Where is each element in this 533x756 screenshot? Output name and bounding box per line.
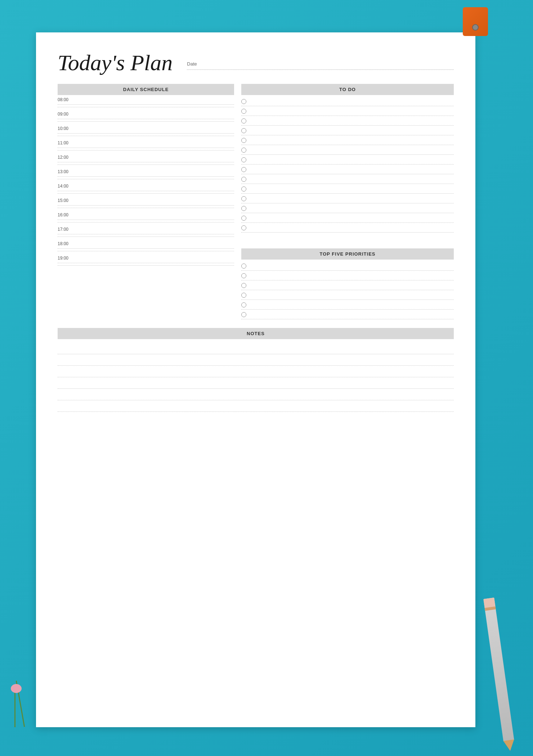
priorities-header: TOP FIVE PRIORITIES [241,248,454,260]
time-entry-1700: 17:00 [58,225,234,237]
priority-item-3[interactable] [241,280,454,290]
daily-schedule-header: DAILY SCHEDULE [58,84,234,95]
paper: Today's Plan Date DAILY SCHEDULE 08:00 0… [36,32,475,727]
time-entry-1300: 13:00 [58,167,234,179]
note-line-2[interactable] [58,354,454,366]
schedule-line[interactable] [58,222,234,222]
todo-checkbox[interactable] [241,157,246,162]
time-entry-1400: 14:00 [58,181,234,194]
schedule-line[interactable] [58,119,234,119]
schedule-line[interactable] [58,107,234,107]
todo-item-6[interactable] [241,145,454,155]
todo-item-11[interactable] [241,194,454,203]
schedule-line[interactable] [58,237,234,237]
time-label-1600: 16:00 [58,212,234,217]
schedule-line[interactable] [58,193,234,194]
schedule-line[interactable] [58,265,234,266]
schedule-line[interactable] [58,136,234,136]
time-label-1500: 15:00 [58,198,234,203]
priority-checkbox[interactable] [241,283,246,288]
todo-checkbox[interactable] [241,99,246,104]
todo-item-8[interactable] [241,165,454,174]
schedule-line[interactable] [58,220,234,220]
priority-item-4[interactable] [241,290,454,300]
schedule-line[interactable] [58,234,234,234]
time-label-1900: 19:00 [58,256,234,261]
todo-item-13[interactable] [241,213,454,223]
priority-item-5[interactable] [241,300,454,310]
time-entry-1200: 12:00 [58,153,234,165]
schedule-line[interactable] [58,165,234,165]
todo-checkbox[interactable] [241,138,246,143]
schedule-line[interactable] [58,150,234,150]
right-column: TO DO [241,84,454,321]
schedule-line[interactable] [58,263,234,263]
date-input-line[interactable] [187,69,454,70]
todo-checkbox[interactable] [241,206,246,211]
todo-item-2[interactable] [241,106,454,116]
time-entry-1500: 15:00 [58,196,234,208]
schedule-line[interactable] [58,251,234,251]
todo-checkbox[interactable] [241,148,246,153]
todo-item-4[interactable] [241,126,454,135]
time-label-0900: 09:00 [58,112,234,117]
todo-checkbox[interactable] [241,167,246,172]
time-entry-1800: 18:00 [58,239,234,251]
note-line-3[interactable] [58,366,454,377]
sharpener-hole [472,24,479,31]
time-label-1100: 11:00 [58,140,234,145]
time-label-1000: 10:00 [58,126,234,131]
todo-item-14[interactable] [241,223,454,233]
todo-checkbox[interactable] [241,109,246,114]
time-entry-0800: 08:00 [58,95,234,107]
sharpener-body [463,7,488,36]
priorities-list [241,260,454,321]
priority-checkbox[interactable] [241,264,246,269]
schedule-line[interactable] [58,121,234,122]
notes-header: NOTES [58,328,454,339]
date-section: Date [187,50,454,70]
priority-item-6[interactable] [241,310,454,319]
note-line-6[interactable] [58,400,454,412]
sharpener-decoration [461,0,490,43]
schedule-line[interactable] [58,208,234,208]
todo-item-9[interactable] [241,174,454,184]
todo-checkbox[interactable] [241,118,246,123]
note-line-1[interactable] [58,343,454,354]
main-content-area: DAILY SCHEDULE 08:00 09:00 10:00 [58,84,454,321]
todo-item-10[interactable] [241,184,454,194]
time-label-0800: 08:00 [58,97,234,102]
schedule-line[interactable] [58,191,234,191]
priority-item-2[interactable] [241,271,454,280]
priority-checkbox[interactable] [241,312,246,317]
schedule-line[interactable] [58,162,234,162]
todo-checkbox[interactable] [241,196,246,201]
schedule-line[interactable] [58,148,234,148]
todo-checkbox[interactable] [241,128,246,133]
schedule-line[interactable] [58,205,234,206]
flower-stem [14,691,15,727]
todo-item-1[interactable] [241,96,454,106]
todo-checkbox[interactable] [241,216,246,221]
priority-item-1[interactable] [241,261,454,271]
schedule-line[interactable] [58,133,234,134]
time-label-1800: 18:00 [58,241,234,246]
schedule-line[interactable] [58,248,234,249]
todo-checkbox[interactable] [241,177,246,182]
schedule-line[interactable] [58,104,234,105]
flower-head [11,684,22,693]
note-line-5[interactable] [58,389,454,400]
todo-item-5[interactable] [241,135,454,145]
schedule-line[interactable] [58,176,234,177]
todo-checkbox[interactable] [241,186,246,192]
note-line-4[interactable] [58,377,454,389]
todo-item-3[interactable] [241,116,454,126]
schedule-line[interactable] [58,179,234,179]
todo-item-12[interactable] [241,203,454,213]
priority-checkbox[interactable] [241,293,246,298]
todo-item-7[interactable] [241,155,454,165]
todo-checkbox[interactable] [241,225,246,230]
priority-checkbox[interactable] [241,302,246,307]
time-entry-1000: 10:00 [58,124,234,136]
priority-checkbox[interactable] [241,273,246,278]
